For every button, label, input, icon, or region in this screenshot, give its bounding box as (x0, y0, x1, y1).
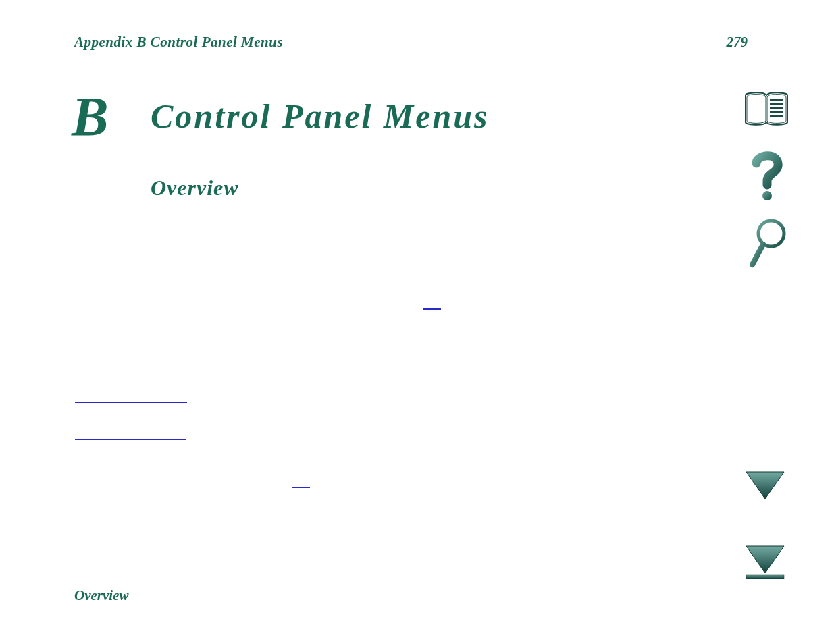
header-appendix-title: Appendix B Control Panel Menus (74, 34, 283, 51)
link-underline[interactable] (423, 308, 441, 310)
chevron-down-icon (744, 469, 787, 502)
svg-marker-8 (746, 472, 784, 499)
appendix-letter: B (72, 89, 109, 144)
sidebar-toolbar (739, 84, 793, 287)
page-nav-buttons (738, 469, 792, 579)
page-title: Control Panel Menus (151, 97, 490, 136)
svg-rect-10 (746, 575, 784, 579)
help-button[interactable] (742, 152, 791, 200)
svg-marker-9 (746, 546, 784, 573)
svg-point-5 (762, 191, 772, 200)
last-page-button[interactable] (744, 543, 787, 579)
document-page: Appendix B Control Panel Menus 279 B Con… (0, 0, 834, 644)
table-of-contents-button[interactable] (742, 84, 791, 133)
svg-line-7 (752, 244, 763, 265)
footer-section: Overview (74, 587, 128, 604)
go-to-end-icon (744, 543, 787, 580)
link-underline[interactable] (292, 487, 310, 488)
search-icon (746, 217, 787, 270)
section-heading: Overview (151, 176, 239, 200)
question-icon (747, 150, 786, 203)
next-page-button[interactable] (744, 469, 787, 504)
link-underline[interactable] (75, 439, 186, 440)
page-header: Appendix B Control Panel Menus 279 (74, 34, 748, 51)
link-underline[interactable] (75, 402, 187, 403)
book-icon (742, 90, 791, 128)
search-button[interactable] (742, 219, 791, 268)
header-page-number: 279 (727, 34, 748, 51)
